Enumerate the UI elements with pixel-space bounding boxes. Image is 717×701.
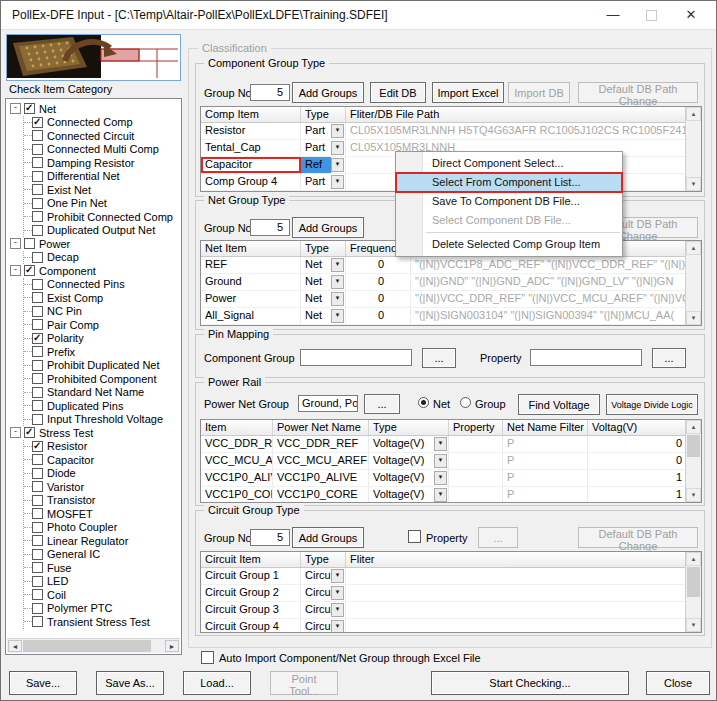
tree-item[interactable]: Exist Comp [24, 291, 181, 305]
dropdown-arrow-icon[interactable]: ▼ [331, 292, 344, 306]
property-cell[interactable] [449, 470, 503, 486]
checkbox[interactable] [32, 562, 43, 573]
tree-item[interactable]: Transient Stress Test [24, 615, 181, 629]
tree-item[interactable]: Polarity [24, 332, 181, 346]
tree-item[interactable]: Differential Net [24, 170, 181, 184]
close-button[interactable]: ✕ [674, 1, 708, 29]
dropdown-arrow-icon[interactable]: ▼ [331, 158, 344, 172]
filter-cell[interactable]: CL05X105MR3LNNH H5TQ4G63AFR RC1005J102CS… [346, 123, 688, 139]
auto-import-checkbox[interactable] [201, 651, 214, 664]
checkbox[interactable] [32, 603, 43, 614]
scroll-down-button[interactable]: ▼ [686, 618, 701, 632]
net-name-filter-cell[interactable]: P [503, 470, 588, 486]
checkbox[interactable] [32, 319, 43, 330]
circuit-item-cell[interactable]: Circuit Group 4 [201, 619, 301, 633]
checkbox[interactable] [32, 616, 43, 627]
tree-item[interactable]: LED [24, 575, 181, 589]
voltage-divide-logic-button[interactable]: Voltage Divide Logic [606, 394, 698, 415]
dropdown-arrow-icon[interactable]: ▼ [331, 620, 344, 633]
dropdown-arrow-icon[interactable]: ▼ [331, 175, 344, 189]
tree-item-power[interactable]: - Power [10, 237, 181, 251]
type-cell[interactable]: Part▼ [301, 123, 346, 139]
checkbox[interactable] [32, 360, 43, 371]
tree-item[interactable]: Connected Multi Comp [24, 143, 181, 157]
vertical-scrollbar[interactable]: ▲ ▼ [685, 241, 701, 325]
checkbox[interactable] [32, 211, 43, 222]
tree-item[interactable]: One Pin Net [24, 197, 181, 211]
add-groups-button[interactable]: Add Groups [292, 82, 364, 103]
type-cell[interactable]: Net▼ [301, 257, 346, 273]
scroll-left-button[interactable]: ◄ [8, 640, 22, 652]
checkbox[interactable] [32, 387, 43, 398]
dropdown-arrow-icon[interactable]: ▼ [434, 488, 447, 502]
voltage-cell[interactable]: 1 [588, 470, 688, 486]
checkbox[interactable] [32, 346, 43, 357]
vertical-scrollbar[interactable]: ▲ ▼ [685, 420, 701, 502]
power-net-name-cell[interactable]: VCC_DDR_REF [273, 436, 369, 452]
type-cell[interactable]: Voltage(V)▼ [369, 487, 449, 503]
dropdown-arrow-icon[interactable]: ▼ [434, 471, 447, 485]
checkbox[interactable] [32, 306, 43, 317]
checkbox[interactable] [32, 157, 43, 168]
scroll-up-button[interactable]: ▲ [686, 552, 701, 566]
checkbox[interactable] [32, 184, 43, 195]
dropdown-arrow-icon[interactable]: ▼ [331, 141, 344, 155]
expander-icon[interactable]: - [10, 265, 21, 276]
frequency-cell[interactable]: 0 [346, 291, 411, 307]
scroll-thumb[interactable] [23, 640, 151, 652]
tree-item[interactable]: Resistor [24, 440, 181, 454]
dropdown-arrow-icon[interactable]: ▼ [434, 454, 447, 468]
tree-item[interactable]: Linear Regulator [24, 534, 181, 548]
net-item-cell[interactable]: Ground [201, 274, 301, 290]
voltage-cell[interactable]: 0 [588, 453, 688, 469]
scroll-up-button[interactable]: ▲ [686, 241, 701, 255]
checkbox[interactable] [32, 373, 43, 384]
type-cell[interactable]: Ref▼ [301, 157, 346, 173]
group-no-field[interactable]: 5 [250, 529, 290, 546]
component-group-field[interactable] [300, 349, 412, 366]
tree-item[interactable]: Standard Net Name [24, 386, 181, 400]
circuit-item-cell[interactable]: Circuit Group 2 [201, 585, 301, 601]
close-dialog-button[interactable]: Close [646, 671, 710, 695]
tree-item-component[interactable]: - Component [10, 264, 181, 278]
tree-item[interactable]: Connected Comp [24, 116, 181, 130]
add-groups-button[interactable]: Add Groups [292, 217, 364, 238]
voltage-cell[interactable]: 1 [588, 487, 688, 503]
checkbox[interactable] [32, 117, 43, 128]
tree-item[interactable]: Duplicated Output Net [24, 224, 181, 238]
frequency-cell[interactable]: 0 [346, 257, 411, 273]
import-db-button[interactable]: Import DB [508, 82, 570, 103]
tree-item[interactable]: Connected Pins [24, 278, 181, 292]
edit-db-button[interactable]: Edit DB [370, 82, 426, 103]
menu-item-select-from-component-list[interactable]: Select From Component List... [396, 173, 622, 192]
menu-item-select-component-db-file[interactable]: Select Component DB File... [396, 211, 622, 230]
checkbox[interactable] [32, 144, 43, 155]
type-cell[interactable]: Net▼ [301, 274, 346, 290]
expander-icon[interactable]: - [10, 427, 21, 438]
scroll-thumb[interactable] [687, 567, 700, 597]
property-field[interactable] [530, 349, 642, 366]
horizontal-scrollbar[interactable]: ◄ ► [7, 638, 180, 653]
dropdown-arrow-icon[interactable]: ▼ [331, 569, 344, 583]
tree-item-stress-test[interactable]: - Stress Test [10, 426, 181, 440]
frequency-cell[interactable]: 0 [346, 274, 411, 290]
checkbox[interactable] [24, 265, 35, 276]
tree-item[interactable]: Prohibited Component [24, 372, 181, 386]
find-voltage-button[interactable]: Find Voltage [518, 394, 600, 415]
default-db-path-change-button[interactable]: Default DB Path Change [578, 82, 698, 103]
check-item-tree[interactable]: - Net Connected Comp Connected Circuit C… [5, 98, 182, 655]
tree-item[interactable]: Photo Coupler [24, 521, 181, 535]
net-item-cell[interactable]: Power [201, 291, 301, 307]
group-no-field[interactable]: 5 [250, 84, 290, 101]
scroll-up-button[interactable]: ▲ [686, 107, 701, 121]
add-groups-button[interactable]: Add Groups [292, 527, 364, 548]
tree-item[interactable]: MOSFET [24, 507, 181, 521]
save-button[interactable]: Save... [9, 671, 77, 695]
tree-item[interactable]: Decap [24, 251, 181, 265]
title-bar[interactable]: PollEx-DFE Input - [C:\Temp\Altair-PollE… [1, 1, 716, 30]
type-cell[interactable]: Part▼ [301, 140, 346, 156]
property-checkbox[interactable] [408, 530, 421, 543]
type-cell[interactable]: Circuit▼ [301, 619, 346, 633]
maximize-button[interactable] [634, 1, 668, 29]
filter-cell[interactable] [346, 568, 688, 584]
